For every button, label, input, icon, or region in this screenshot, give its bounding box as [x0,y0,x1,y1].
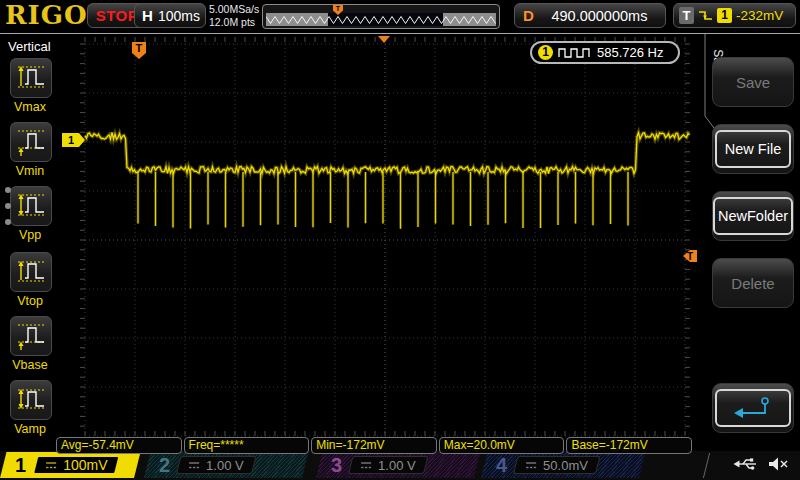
page-indicator-dot [5,203,11,209]
svg-text:T: T [687,251,693,262]
trigger-level-value: -232mV [736,8,783,23]
counter-value: 585.726 Hz [597,45,664,60]
sidebar-item-vpp[interactable] [10,186,52,226]
new-file-button[interactable]: New File [712,124,794,174]
save-menu: Save Save New File NewFolder Delete [700,34,800,451]
sidebar-item-vamp[interactable] [10,380,52,420]
measurement-avg: Avg=-57.4mV [56,437,182,454]
delay-label: D [515,7,534,24]
square-wave-icon [558,46,592,59]
acquisition-info: 5.00MSa/s 12.0M pts [209,3,259,29]
svg-text:1: 1 [68,134,74,146]
measurement-base: Base=-172mV [566,437,692,454]
channel-2-indicator[interactable]: 2 1.00 V [144,452,308,478]
measurement-freq: Freq=***** [184,437,310,454]
channel-2-scale: 1.00 V [206,458,244,473]
measurement-bar: Avg=-57.4mV Freq=***** Min=-172mV Max=20… [56,437,692,454]
sidebar-item-vmax[interactable] [10,58,52,98]
sidebar-item-vmax-label: Vmax [0,100,60,114]
channel-status-bar: 1 100mV 2 1.00 V [0,451,800,480]
statusbar-divider [703,453,710,478]
measurement-max: Max=20.0mV [439,437,565,454]
horizontal-label: H [135,7,153,24]
trigger-delay-indicator: D 490.000000ms [514,3,666,28]
memory-waveform-thumbnail: T [262,4,500,29]
page-indicator-dot [5,219,11,225]
dc-coupling-icon [360,461,372,470]
measure-sidebar: Vertical Vmax Vmin [0,34,60,451]
usb-icon [733,455,759,473]
sidebar-item-vmin-label: Vmin [0,164,60,178]
page-indicator-dot [5,187,11,193]
sample-rate: 5.00MSa/s [209,3,259,16]
sidebar-item-vamp-label: Vamp [0,422,60,436]
channel-4-scale: 50.0mV [543,458,588,473]
vpp-icon [15,190,47,222]
top-status-bar: RIGOL STOP H 100ms 5.00MSa/s 12.0M pts T… [0,0,800,34]
vtop-icon [15,256,47,288]
delay-value: 490.000000ms [534,8,665,24]
vmin-icon [15,126,47,158]
channel-3-scale: 1.00 V [378,458,416,473]
oscilloscope-screen: 1 T T RIGOL STOP H 100ms 5.00MSa/s 12.0M… [0,0,800,480]
enter-button[interactable] [712,383,794,433]
channel-4-indicator[interactable]: 4 50.0mV [481,452,645,478]
waveform-display: 1 T T [0,0,800,480]
sidebar-item-vpp-label: Vpp [0,228,60,242]
channel1-offset-marker: 1 [62,133,85,147]
measurement-min: Min=-172mV [311,437,437,454]
vmax-icon [15,62,47,94]
sidebar-item-vtop[interactable] [10,252,52,292]
memory-depth: 12.0M pts [209,16,259,29]
thumbnail-track [266,13,496,26]
return-arrow-icon [732,395,774,421]
channel-1-scale: 100mV [63,457,107,473]
timebase-indicator: H 100ms [134,3,206,28]
svg-text:T: T [136,42,143,54]
trigger-source-badge: 1 [717,8,732,23]
sidebar-title: Vertical [0,34,60,54]
trigger-info-indicator: T 1 -232mV [673,3,796,28]
vamp-icon [15,384,47,416]
sidebar-item-vtop-label: Vtop [0,294,60,308]
channel-3-indicator[interactable]: 3 1.00 V [316,452,480,478]
counter-channel-badge: 1 [538,45,553,60]
thumbnail-wave [266,13,496,26]
delete-button[interactable]: Delete [712,258,794,308]
trigger-label: T [679,7,694,24]
channel-1-indicator[interactable]: 1 100mV [0,452,140,478]
trigger-position-flag: T [132,42,146,59]
sidebar-item-vbase-label: Vbase [0,358,60,372]
timebase-value: 100ms [153,8,205,24]
dc-coupling-icon [45,461,57,470]
falling-edge-icon [698,9,713,23]
horizontal-center-marker [378,36,390,43]
dc-coupling-icon [188,461,200,470]
sidebar-item-vbase[interactable] [10,316,52,356]
new-folder-button[interactable]: NewFolder [712,191,794,241]
vbase-icon [15,320,47,352]
frequency-counter-badge: 1 585.726 Hz [530,41,680,64]
save-button[interactable]: Save [712,57,794,107]
sidebar-item-vmin[interactable] [10,122,52,162]
dc-coupling-icon [525,461,537,470]
speaker-muted-icon [767,455,790,473]
